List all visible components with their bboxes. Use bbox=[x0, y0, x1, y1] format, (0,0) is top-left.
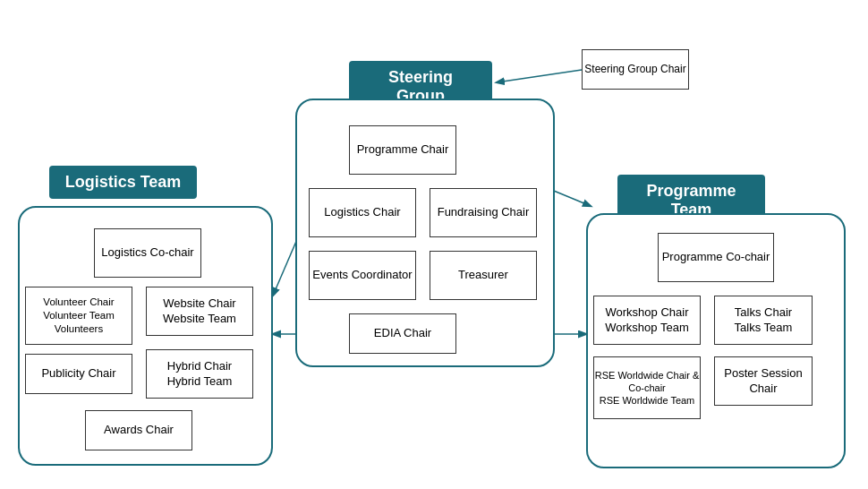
steering-chair-card: Steering Group Chair bbox=[582, 49, 689, 90]
treasurer-card: Treasurer bbox=[430, 251, 537, 300]
programme-chair-card: Programme Chair bbox=[349, 125, 456, 175]
awards-chair-card: Awards Chair bbox=[85, 410, 192, 450]
diagram-container: Steering Group Chair Steering Group Prog… bbox=[0, 0, 868, 489]
workshop-chair-card: Workshop Chair Workshop Team bbox=[593, 296, 701, 345]
logistics-team-label: Logistics Team bbox=[49, 166, 197, 199]
svg-line-0 bbox=[497, 70, 582, 82]
events-coordinator-card: Events Coordinator bbox=[309, 251, 416, 300]
rse-worldwide-card: RSE Worldwide Chair & Co-chair RSE World… bbox=[593, 356, 701, 419]
logistics-cochair-card: Logistics Co-chair bbox=[94, 228, 201, 278]
publicity-chair-card: Publicity Chair bbox=[25, 354, 132, 394]
fundraising-chair-card: Fundraising Chair bbox=[430, 188, 537, 237]
logistics-chair-card: Logistics Chair bbox=[309, 188, 416, 237]
volunteer-chair-card: Volunteer Chair Volunteer Team Volunteer… bbox=[25, 287, 132, 345]
edia-chair-card: EDIA Chair bbox=[349, 313, 456, 354]
hybrid-chair-card: Hybrid Chair Hybrid Team bbox=[146, 349, 253, 399]
poster-session-card: Poster Session Chair bbox=[714, 356, 813, 406]
programme-cochair-card: Programme Co-chair bbox=[658, 233, 774, 282]
website-chair-card: Website Chair Website Team bbox=[146, 287, 253, 336]
talks-chair-card: Talks Chair Talks Team bbox=[714, 296, 813, 345]
